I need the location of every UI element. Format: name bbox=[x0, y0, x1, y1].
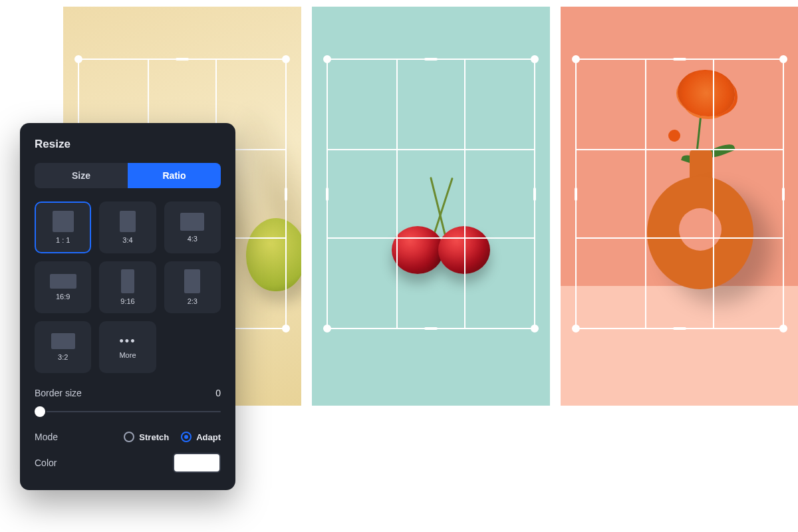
crop-handle-right[interactable] bbox=[782, 188, 785, 201]
mode-row: Mode Stretch Adapt bbox=[35, 432, 221, 442]
crop-handle-right[interactable] bbox=[533, 188, 536, 201]
ratio-tile-label: More bbox=[119, 351, 136, 359]
ratio-shape-icon bbox=[184, 269, 200, 293]
crop-handle-tl[interactable] bbox=[572, 55, 580, 63]
crop-handle-tr[interactable] bbox=[531, 55, 539, 63]
border-size-row: Border size 0 bbox=[35, 388, 221, 398]
ratio-shape-icon bbox=[50, 274, 76, 289]
image-card-2[interactable] bbox=[312, 7, 550, 406]
ratio-tile-32[interactable]: 3:2 bbox=[35, 321, 91, 373]
ratio-shape-icon bbox=[121, 269, 134, 293]
resize-tabs: Size Ratio bbox=[35, 163, 221, 188]
ratio-tile-43[interactable]: 4:3 bbox=[164, 201, 221, 253]
color-swatch[interactable] bbox=[173, 453, 221, 473]
border-size-value: 0 bbox=[215, 388, 221, 398]
ratio-tile-label: 16:9 bbox=[56, 293, 70, 301]
crop-handle-bl[interactable] bbox=[572, 325, 580, 332]
ratio-tile-23[interactable]: 2:3 bbox=[164, 261, 221, 313]
ratio-grid: 1 : 13:44:316:99:162:33:2•••More bbox=[35, 201, 221, 373]
mode-radios: Stretch Adapt bbox=[124, 432, 221, 442]
crop-handle-br[interactable] bbox=[282, 325, 290, 332]
crop-handle-bottom[interactable] bbox=[424, 327, 438, 330]
ratio-tile-916[interactable]: 9:16 bbox=[99, 261, 156, 313]
slider-thumb[interactable] bbox=[35, 406, 45, 417]
ratio-shape-icon bbox=[53, 211, 74, 232]
color-row: Color bbox=[35, 453, 221, 473]
slider-track bbox=[35, 411, 221, 412]
mode-label: Mode bbox=[35, 432, 58, 442]
panel-title: Resize bbox=[35, 138, 221, 151]
color-label: Color bbox=[35, 458, 57, 468]
radio-dot-icon bbox=[181, 432, 192, 442]
ratio-tile-34[interactable]: 3:4 bbox=[99, 201, 156, 253]
ratio-tile-label: 9:16 bbox=[120, 297, 134, 305]
mode-radio-stretch[interactable]: Stretch bbox=[124, 432, 169, 442]
resize-panel: Resize Size Ratio 1 : 13:44:316:99:162:3… bbox=[20, 123, 235, 490]
crop-handle-br[interactable] bbox=[531, 325, 539, 332]
radio-dot-icon bbox=[124, 432, 134, 442]
ratio-shape-icon bbox=[120, 211, 136, 232]
ratio-tile-11[interactable]: 1 : 1 bbox=[35, 201, 91, 253]
ratio-tile-label: 3:2 bbox=[58, 353, 68, 361]
crop-handle-bl[interactable] bbox=[323, 325, 331, 332]
crop-handle-top[interactable] bbox=[424, 58, 438, 61]
ratio-tile-label: 3:4 bbox=[122, 236, 132, 244]
crop-handle-top[interactable] bbox=[673, 58, 686, 61]
border-size-label: Border size bbox=[35, 388, 82, 398]
crop-handle-left[interactable] bbox=[326, 188, 329, 201]
crop-grid[interactable] bbox=[327, 59, 535, 329]
ratio-shape-icon bbox=[180, 213, 204, 231]
ratio-tile-more[interactable]: •••More bbox=[99, 321, 156, 373]
crop-handle-tr[interactable] bbox=[779, 55, 787, 63]
tab-ratio[interactable]: Ratio bbox=[128, 163, 221, 188]
ratio-tile-label: 4:3 bbox=[188, 235, 198, 243]
ratio-tile-169[interactable]: 16:9 bbox=[35, 261, 91, 313]
crop-handle-tr[interactable] bbox=[282, 55, 290, 63]
tab-size[interactable]: Size bbox=[35, 163, 128, 188]
image-card-3[interactable] bbox=[561, 7, 798, 406]
crop-handle-tl[interactable] bbox=[74, 55, 82, 63]
border-size-slider[interactable] bbox=[35, 404, 221, 420]
ratio-shape-icon bbox=[51, 333, 75, 349]
mode-radio-adapt[interactable]: Adapt bbox=[181, 432, 221, 442]
crop-handle-bottom[interactable] bbox=[673, 327, 686, 330]
radio-label: Adapt bbox=[196, 432, 221, 442]
radio-label: Stretch bbox=[139, 432, 169, 442]
crop-handle-left[interactable] bbox=[575, 188, 577, 201]
crop-handle-br[interactable] bbox=[779, 325, 787, 332]
ratio-tile-label: 1 : 1 bbox=[56, 236, 70, 244]
crop-handle-top[interactable] bbox=[176, 58, 189, 61]
ratio-tile-label: 2:3 bbox=[188, 297, 198, 305]
crop-handle-tl[interactable] bbox=[323, 55, 331, 63]
crop-handle-right[interactable] bbox=[285, 188, 287, 201]
crop-grid[interactable] bbox=[575, 59, 784, 329]
more-icon: ••• bbox=[120, 335, 136, 347]
